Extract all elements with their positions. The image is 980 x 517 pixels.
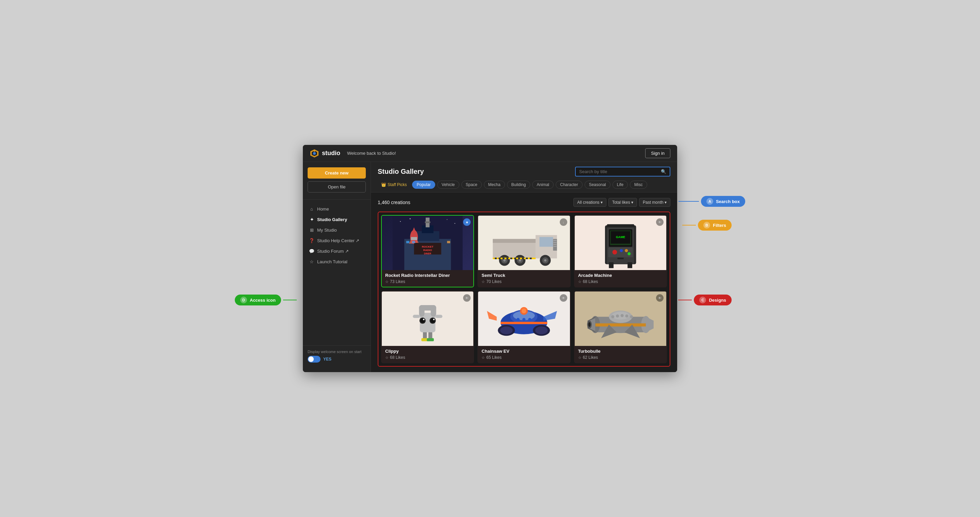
open-file-button[interactable]: Open file: [308, 181, 366, 192]
card-image-turbobulle: [575, 292, 666, 346]
sidebar-divider: [303, 199, 371, 200]
svg-rect-35: [554, 246, 557, 247]
semi-truck-art: [478, 216, 570, 270]
annotation-b-letter: B: [703, 222, 710, 228]
logo-text: studio: [322, 150, 340, 157]
card-likes-rocket-radio: ☆ 73 Likes: [385, 279, 470, 284]
toggle-yes-label: YES: [323, 357, 331, 362]
sidebar-item-tutorial[interactable]: ☆ Launch Tutorial: [303, 257, 371, 267]
design-card-turbobulle[interactable]: 👁 Turbobulle ☆ 62 Likes: [574, 291, 667, 363]
card-image-rocket-radio: ROCKET RADIO DINER: [382, 216, 473, 270]
design-card-clippy[interactable]: 👁 Clippy ☆ 68 Likes: [381, 291, 474, 363]
tab-mecha[interactable]: Mecha: [484, 181, 505, 189]
annotation-b: B Filters: [682, 220, 732, 231]
svg-point-38: [503, 259, 506, 262]
svg-point-2: [313, 152, 316, 155]
sidebar-item-my-studio[interactable]: ⊞ My Studio: [303, 225, 371, 235]
svg-point-98: [517, 318, 520, 321]
sidebar-item-tutorial-label: Launch Tutorial: [317, 259, 347, 264]
tab-space[interactable]: Space: [461, 181, 482, 189]
search-input[interactable]: [579, 169, 659, 174]
card-info-turbobulle: Turbobulle ☆ 62 Likes: [575, 346, 666, 363]
sidebar-item-home[interactable]: ⌂ Home: [303, 204, 371, 214]
design-card-semi-truck[interactable]: ↓ Semi Truck ☆ 70 Likes: [477, 215, 570, 287]
design-card-chainsaw-ev[interactable]: 👁 Chainsaw EV ☆ 65 Likes: [477, 291, 570, 363]
turbobulle-art: [575, 292, 666, 346]
sidebar-item-forum[interactable]: 💬 Studio Forum ↗: [303, 246, 371, 257]
card-info-chainsaw-ev: Chainsaw EV ☆ 65 Likes: [478, 346, 570, 363]
svg-text:RADIO: RADIO: [423, 249, 432, 252]
time-period-dropdown[interactable]: Past month ▾: [639, 198, 670, 207]
tab-character[interactable]: Character: [556, 181, 582, 189]
annotation-c-letter: C: [699, 297, 706, 303]
tab-staff-picks[interactable]: 👑 Staff Picks: [378, 181, 410, 189]
welcome-screen-toggle[interactable]: [308, 356, 321, 363]
svg-rect-51: [514, 257, 516, 259]
total-likes-dropdown[interactable]: Total likes ▾: [608, 198, 637, 207]
sidebar-item-forum-label: Studio Forum ↗: [317, 249, 349, 254]
svg-rect-54: [526, 257, 528, 259]
staff-picks-label: Staff Picks: [388, 182, 407, 187]
likes-star-icon-6: ☆: [578, 355, 582, 360]
sidebar-actions: Create new Open file: [303, 167, 371, 198]
clippy-art: [382, 292, 473, 346]
sidebar-item-help-label: Studio Help Center ↗: [317, 238, 360, 243]
arcade-art: GAME: [575, 216, 666, 270]
design-card-arcade[interactable]: GAME: [574, 215, 667, 287]
card-image-arcade: GAME: [575, 216, 666, 270]
filter-dropdowns: All creations ▾ Total likes ▾ Past month…: [573, 198, 670, 207]
tab-building[interactable]: Building: [507, 181, 530, 189]
likes-star-icon: ☆: [385, 279, 388, 284]
design-card-rocket-radio[interactable]: ROCKET RADIO DINER ★: [381, 215, 474, 287]
content-header-top: Studio Gallery 🔍: [378, 167, 670, 176]
card-title-semi-truck: Semi Truck: [482, 273, 566, 278]
svg-rect-46: [495, 257, 497, 259]
home-icon: ⌂: [309, 206, 314, 212]
gallery-main: 1,460 creations All creations ▾ Total li…: [371, 192, 677, 372]
sidebar-nav: ⌂ Home ✦ Studio Gallery ⊞ My Studio ❓ St…: [303, 201, 371, 345]
card-badge-eye-turbobulle: 👁: [656, 294, 663, 302]
tab-misc[interactable]: Misc: [630, 181, 647, 189]
card-likes-clippy: ☆ 68 Likes: [385, 355, 470, 360]
svg-point-119: [616, 314, 619, 317]
card-info-clippy: Clippy ☆ 68 Likes: [382, 346, 473, 363]
svg-point-100: [528, 318, 531, 321]
svg-rect-30: [540, 237, 553, 247]
tab-life[interactable]: Life: [612, 181, 628, 189]
tab-animal[interactable]: Animal: [532, 181, 554, 189]
tab-vehicle[interactable]: Vehicle: [437, 181, 460, 189]
svg-point-86: [433, 319, 435, 320]
annotation-b-label: Filters: [713, 223, 726, 228]
svg-point-5: [400, 221, 401, 222]
svg-point-95: [500, 327, 513, 335]
sidebar-footer: Display welcome screen on start YES: [303, 345, 371, 367]
all-creations-dropdown[interactable]: All creations ▾: [573, 198, 606, 207]
tab-seasonal[interactable]: Seasonal: [585, 181, 611, 189]
svg-point-66: [625, 249, 628, 252]
likes-count-chainsaw-ev: 65 Likes: [486, 355, 501, 360]
display-welcome-label: Display welcome screen on start: [308, 350, 366, 354]
svg-point-65: [620, 249, 623, 252]
filter-tabs: 👑 Staff Picks Popular Vehicle Space Mech…: [378, 181, 670, 189]
svg-rect-53: [522, 257, 524, 259]
tab-popular[interactable]: Popular: [412, 181, 435, 189]
sidebar-item-help-center[interactable]: ❓ Studio Help Center ↗: [303, 235, 371, 246]
tutorial-icon: ☆: [309, 259, 314, 264]
svg-rect-55: [530, 257, 532, 259]
card-info-rocket-radio: Rocket Radio Interstellar Diner ☆ 73 Lik…: [382, 270, 473, 287]
card-badge-eye-chainsaw: 👁: [560, 294, 567, 302]
app-logo: studio: [310, 149, 340, 158]
create-new-button[interactable]: Create new: [308, 167, 366, 179]
svg-point-64: [612, 250, 617, 255]
svg-point-85: [423, 319, 425, 320]
search-icon: 🔍: [661, 169, 666, 174]
card-info-arcade: Arcade Machine ☆ 68 Likes: [575, 270, 666, 287]
sign-in-button[interactable]: Sign in: [645, 148, 670, 158]
card-badge-download: ↓: [560, 218, 567, 226]
likes-count-semi-truck: 70 Likes: [486, 279, 501, 284]
svg-point-97: [535, 327, 548, 335]
search-box[interactable]: 🔍: [575, 167, 670, 176]
time-period-label: Past month ▾: [643, 200, 667, 205]
sidebar-item-studio-gallery[interactable]: ✦ Studio Gallery: [303, 214, 371, 225]
sidebar-item-gallery-label: Studio Gallery: [317, 217, 347, 222]
